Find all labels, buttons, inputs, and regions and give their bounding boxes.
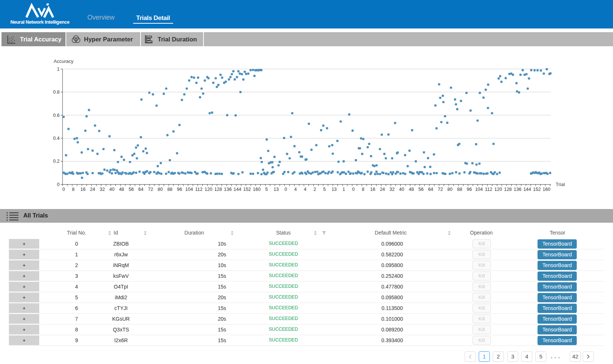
svg-text:8: 8 (362, 187, 364, 192)
svg-text:128: 128 (214, 187, 222, 192)
svg-text:64: 64 (138, 187, 144, 192)
svg-text:0: 0 (352, 187, 355, 192)
svg-text:0.4: 0.4 (53, 136, 60, 141)
svg-text:16: 16 (80, 187, 85, 192)
svg-text:136: 136 (224, 187, 232, 192)
svg-text:120: 120 (205, 187, 212, 192)
svg-text:112: 112 (195, 187, 202, 192)
svg-text:144: 144 (523, 187, 531, 192)
svg-text:24: 24 (380, 187, 385, 192)
svg-text:136: 136 (514, 187, 522, 192)
svg-text:24: 24 (90, 187, 95, 192)
svg-text:88: 88 (167, 187, 172, 192)
svg-text:32: 32 (390, 187, 395, 192)
svg-text:0.2: 0.2 (53, 159, 60, 164)
svg-text:72: 72 (148, 187, 153, 192)
svg-text:13: 13 (331, 187, 337, 192)
svg-text:0.8: 0.8 (53, 90, 60, 95)
svg-text:160: 160 (543, 187, 550, 192)
svg-text:32: 32 (100, 187, 105, 192)
svg-text:0.6: 0.6 (53, 113, 60, 118)
svg-text:96: 96 (177, 187, 182, 192)
svg-text:40: 40 (110, 187, 115, 192)
svg-text:Accuracy: Accuracy (54, 58, 74, 64)
svg-text:152: 152 (243, 187, 251, 192)
svg-text:16: 16 (370, 187, 375, 192)
svg-text:104: 104 (475, 187, 483, 192)
svg-text:80: 80 (447, 187, 452, 192)
svg-text:80: 80 (158, 187, 163, 192)
svg-text:120: 120 (494, 187, 502, 192)
svg-text:152: 152 (533, 187, 541, 192)
svg-text:40: 40 (399, 187, 404, 192)
svg-text:0: 0 (57, 182, 60, 187)
svg-text:144: 144 (233, 187, 241, 192)
svg-text:64: 64 (428, 187, 433, 192)
svg-text:160: 160 (253, 187, 261, 192)
svg-text:56: 56 (129, 187, 134, 192)
svg-text:13: 13 (274, 187, 279, 192)
svg-text:88: 88 (457, 187, 462, 192)
svg-text:96: 96 (467, 187, 472, 192)
svg-text:1: 1 (57, 67, 60, 72)
svg-text:48: 48 (409, 187, 414, 192)
svg-text:48: 48 (119, 187, 124, 192)
svg-text:56: 56 (418, 187, 424, 192)
svg-text:0: 0 (63, 187, 65, 192)
svg-text:Trial: Trial (556, 182, 565, 187)
svg-text:2: 2 (313, 187, 316, 192)
svg-text:112: 112 (485, 187, 492, 192)
svg-text:128: 128 (504, 187, 512, 192)
svg-text:72: 72 (438, 187, 443, 192)
svg-text:0: 0 (284, 187, 287, 192)
svg-text:8: 8 (72, 187, 75, 192)
svg-text:1: 1 (343, 187, 345, 192)
svg-text:5: 5 (265, 187, 268, 192)
svg-text:5: 5 (323, 187, 326, 192)
svg-text:104: 104 (185, 187, 193, 192)
svg-text:4: 4 (294, 187, 297, 192)
svg-text:4: 4 (304, 187, 306, 192)
